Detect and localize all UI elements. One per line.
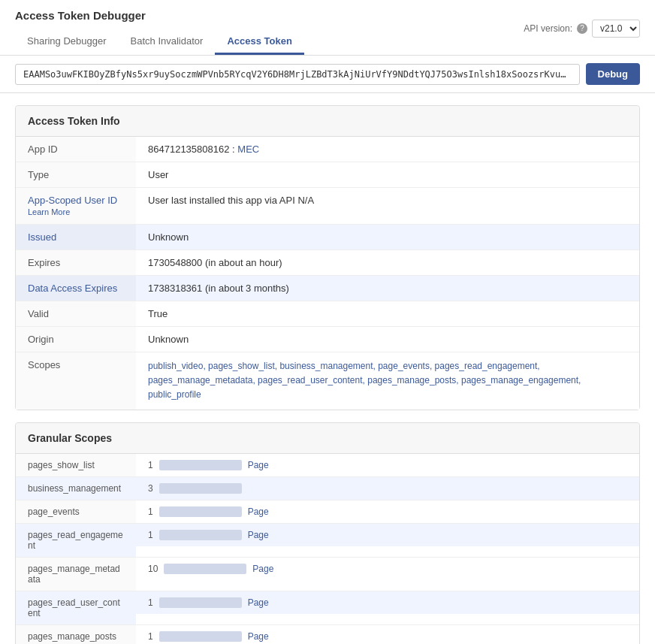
table-row: pages_manage_posts 1 Page bbox=[16, 624, 639, 644]
row-value: Unknown bbox=[136, 327, 639, 352]
main-content: Access Token Info App ID 864712135808162… bbox=[0, 93, 655, 644]
table-row: App ID 864712135808162 : MEC bbox=[16, 137, 639, 162]
row-value: 1730548800 (in about an hour) bbox=[136, 250, 639, 276]
row-value: User bbox=[136, 162, 639, 188]
scope-suffix: Page bbox=[248, 530, 269, 540]
row-label: Expires bbox=[16, 250, 136, 276]
page-title: Access Token Debugger bbox=[15, 9, 304, 29]
row-value: Unknown bbox=[136, 225, 639, 250]
scope-data: 1 Page bbox=[136, 524, 639, 546]
granular-table: pages_show_list 1 Page business_manageme… bbox=[16, 454, 639, 644]
row-label: Origin bbox=[16, 327, 136, 352]
app-scoped-label: App-Scoped User ID bbox=[28, 195, 117, 206]
table-row: Origin Unknown bbox=[16, 327, 639, 352]
table-row: Expires 1730548800 (in about an hour) bbox=[16, 250, 639, 276]
tab-batch-invalidator[interactable]: Batch Invalidator bbox=[119, 29, 216, 55]
scope-data: 1 Page bbox=[136, 500, 639, 523]
access-token-info-section: Access Token Info App ID 864712135808162… bbox=[15, 105, 640, 410]
row-label: Issued bbox=[16, 225, 136, 250]
row-value: True bbox=[136, 301, 639, 327]
scope-data: 3 bbox=[136, 477, 639, 500]
row-label: Valid bbox=[16, 301, 136, 327]
learn-more-link[interactable]: Learn More bbox=[28, 207, 70, 216]
token-input-row: Debug bbox=[0, 56, 655, 93]
scope-data: 1 Page bbox=[136, 625, 639, 644]
scope-num: 3 bbox=[148, 483, 153, 494]
scope-bar bbox=[159, 530, 242, 540]
table-row: pages_read_engagement 1 Page bbox=[16, 523, 639, 557]
api-version-row: API version: ? v21.0 v20.0 v19.0 bbox=[524, 20, 640, 45]
scope-num: 10 bbox=[148, 564, 158, 574]
granular-scopes-title: Granular Scopes bbox=[16, 423, 639, 454]
app-id-text: 864712135808162 : bbox=[148, 144, 237, 155]
info-table: App ID 864712135808162 : MEC Type User A… bbox=[16, 137, 639, 410]
table-row: pages_manage_metadata 10 Page bbox=[16, 557, 639, 591]
scope-num: 1 bbox=[148, 460, 153, 470]
row-label: App ID bbox=[16, 137, 136, 162]
scope-label: pages_read_user_content bbox=[16, 591, 136, 624]
scope-suffix: Page bbox=[248, 597, 269, 608]
scope-bar bbox=[164, 564, 246, 574]
scope-num: 1 bbox=[148, 597, 153, 608]
scope-suffix: Page bbox=[248, 506, 269, 517]
scope-label: pages_manage_posts bbox=[16, 624, 136, 644]
scope-data: 1 Page bbox=[136, 454, 639, 476]
scope-data: 1 Page bbox=[136, 591, 639, 614]
scope-bar bbox=[159, 631, 242, 642]
api-version-select[interactable]: v21.0 v20.0 v19.0 bbox=[592, 20, 640, 38]
row-value: User last installed this app via API N/A bbox=[136, 188, 639, 225]
row-value: 864712135808162 : MEC bbox=[136, 137, 639, 162]
tab-access-token[interactable]: Access Token bbox=[215, 29, 303, 55]
row-label: Type bbox=[16, 162, 136, 188]
scope-label: pages_show_list bbox=[16, 454, 136, 477]
scope-label: pages_read_engagement bbox=[16, 523, 136, 557]
table-row: Type User bbox=[16, 162, 639, 188]
table-row: pages_read_user_content 1 Page bbox=[16, 591, 639, 624]
scope-label: pages_manage_metadata bbox=[16, 557, 136, 591]
row-value: publish_video, pages_show_list, business… bbox=[136, 352, 639, 410]
scope-num: 1 bbox=[148, 631, 153, 642]
granular-scopes-section: Granular Scopes pages_show_list 1 Page bbox=[15, 422, 640, 644]
access-token-info-title: Access Token Info bbox=[16, 106, 639, 137]
table-row: Valid True bbox=[16, 301, 639, 327]
row-label: Data Access Expires bbox=[16, 276, 136, 301]
scope-bar bbox=[159, 460, 242, 470]
table-row: page_events 1 Page bbox=[16, 500, 639, 523]
debug-button[interactable]: Debug bbox=[586, 63, 640, 85]
row-label: App-Scoped User ID Learn More bbox=[16, 188, 136, 225]
row-label: Scopes bbox=[16, 352, 136, 410]
scope-data: 10 Page bbox=[136, 558, 639, 580]
scope-num: 1 bbox=[148, 506, 153, 517]
scopes-text: publish_video, pages_show_list, business… bbox=[148, 361, 581, 400]
scope-label: business_management bbox=[16, 476, 136, 500]
api-version-label: API version: bbox=[524, 23, 572, 34]
header: Access Token Debugger Sharing Debugger B… bbox=[0, 0, 655, 56]
table-row: business_management 3 bbox=[16, 476, 639, 500]
row-value: 1738318361 (in about 3 months) bbox=[136, 276, 639, 301]
table-row: Scopes publish_video, pages_show_list, b… bbox=[16, 352, 639, 410]
scope-suffix: Page bbox=[248, 460, 269, 470]
scope-bar bbox=[159, 506, 242, 517]
table-row: Issued Unknown bbox=[16, 225, 639, 250]
scope-bar bbox=[159, 597, 242, 608]
scope-suffix: Page bbox=[248, 631, 269, 642]
scope-num: 1 bbox=[148, 530, 153, 540]
table-row: pages_show_list 1 Page bbox=[16, 454, 639, 477]
table-row: Data Access Expires 1738318361 (in about… bbox=[16, 276, 639, 301]
table-row: App-Scoped User ID Learn More User last … bbox=[16, 188, 639, 225]
app-id-link[interactable]: MEC bbox=[237, 144, 259, 155]
scope-bar bbox=[159, 483, 242, 494]
scope-suffix: Page bbox=[252, 564, 273, 574]
tab-bar: Sharing Debugger Batch Invalidator Acces… bbox=[15, 29, 304, 55]
token-input[interactable] bbox=[15, 64, 580, 85]
scope-label: page_events bbox=[16, 500, 136, 523]
tab-sharing-debugger[interactable]: Sharing Debugger bbox=[15, 29, 119, 55]
api-version-help-icon: ? bbox=[577, 23, 587, 34]
